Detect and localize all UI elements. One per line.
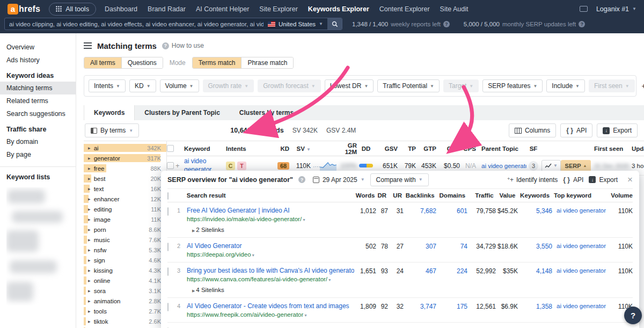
serp-export-button[interactable]: ↓ Export (589, 176, 618, 184)
tab-keywords[interactable]: Keywords (84, 105, 135, 120)
result-title-link[interactable]: AI Video Generator - Create videos from … (187, 302, 354, 310)
col-volume[interactable]: Volume (611, 192, 633, 199)
row-checkbox[interactable] (167, 267, 169, 276)
filter-include[interactable]: Include▼ (546, 79, 585, 92)
select-all-checkbox[interactable] (167, 192, 169, 200)
row-checkbox[interactable] (167, 207, 169, 216)
result-title-link[interactable]: Bring your best ideas to life with Canva… (187, 267, 354, 274)
term-row[interactable]: ▶ music 7.6K (84, 235, 166, 245)
col-top-keyword[interactable]: Top keyword (550, 192, 611, 199)
nav-site-audit[interactable]: Site Audit (440, 5, 469, 13)
col-cps[interactable]: CPS (460, 145, 476, 152)
nav-keywords-explorer[interactable]: Keywords Explorer (308, 5, 369, 13)
info-icon[interactable]: ? (443, 21, 450, 27)
export-button[interactable]: ↓ Export (597, 123, 638, 137)
result-title-link[interactable]: AI Video Generator (187, 242, 354, 250)
domains-link[interactable]: 175 (436, 302, 467, 310)
workspace-icon[interactable] (580, 6, 588, 12)
questions-pill[interactable]: Questions (121, 57, 163, 68)
top-keyword-link[interactable]: ai video generator (557, 243, 606, 249)
col-search-result[interactable]: Search result (187, 192, 353, 199)
backlinks-link[interactable]: 467 (404, 267, 436, 275)
term-row[interactable]: ▶ image 11K (84, 214, 166, 224)
nav-brand-radar[interactable]: Brand Radar (148, 5, 186, 13)
filter-kd[interactable]: KD▼ (129, 79, 156, 92)
sidebar-item-matching-terms[interactable]: Matching terms (0, 82, 76, 94)
tab-clusters-by-terms[interactable]: Clusters by terms (230, 105, 303, 120)
all-tools-button[interactable]: All tools (49, 3, 96, 16)
sidebar-item-ads-history[interactable]: Ads history (0, 54, 76, 67)
term-row[interactable]: ▶ kissing 4.3K (84, 265, 166, 275)
country-selector[interactable]: United States ▼ (264, 21, 327, 27)
col-update[interactable]: Update (630, 145, 644, 152)
term-row[interactable]: ▶ enhancer 12K (84, 194, 166, 204)
top-keyword-link[interactable]: ai video generator (557, 267, 606, 274)
col-kd[interactable]: KD (272, 145, 289, 152)
backlinks-link[interactable]: 307 (404, 242, 436, 250)
domains-link[interactable]: 74 (436, 242, 467, 250)
term-row[interactable]: ▶ text 16K (84, 184, 166, 194)
top-keyword-link[interactable]: ai video generator (557, 207, 606, 214)
terms-match-pill[interactable]: Terms match (193, 57, 241, 68)
result-url-link[interactable]: https://www.canva.com/features/ai-video-… (187, 276, 354, 282)
row-checkbox[interactable] (167, 162, 174, 169)
nav-site-explorer[interactable]: Site Explorer (259, 5, 298, 13)
term-row[interactable]: ▶ tiktok 2.6K (84, 316, 166, 326)
row-checkbox[interactable] (167, 303, 169, 311)
menu-toggle-icon[interactable] (84, 42, 92, 49)
keywords-link[interactable]: 3,550 (518, 242, 552, 250)
how-to-use-link[interactable]: ? How to use (162, 42, 204, 49)
col-gtp[interactable]: GTP (416, 145, 436, 152)
term-row[interactable]: ▶ sora 3.1K (84, 286, 166, 296)
filter-intents[interactable]: Intents▼ (89, 79, 126, 92)
filter-lowest-dr[interactable]: Lowest DR▼ (325, 79, 374, 92)
term-row[interactable]: ▶ online 4.1K (84, 275, 166, 286)
result-url-link[interactable]: https://deepai.org/video (187, 251, 354, 258)
col-words[interactable]: Words (353, 192, 375, 199)
term-row[interactable]: ▶ animation 2.8K (84, 296, 166, 306)
col-dr[interactable]: DR (375, 192, 386, 199)
account-menu[interactable]: Loganix #1 ▼ (596, 5, 636, 13)
term-row[interactable]: ▶ free 88K (84, 163, 166, 173)
nav-content-explorer[interactable]: Content Explorer (379, 5, 430, 13)
term-row[interactable]: ▶ generator 317K (84, 153, 166, 163)
backlinks-link[interactable]: 7,682 (404, 207, 436, 215)
close-icon[interactable]: × (627, 174, 633, 185)
col-sv[interactable]: SV ▼ (289, 145, 311, 152)
api-button[interactable]: { } API (560, 123, 592, 137)
sitelinks-toggle[interactable]: 4 Sitelinks (192, 287, 354, 293)
keywords-link[interactable]: 5,346 (518, 207, 552, 215)
identify-intents-button[interactable]: ⁺+ Identify intents (507, 176, 558, 184)
result-url-link[interactable]: https://www.freepik.com/ai/video-generat… (187, 311, 354, 318)
help-fab-button[interactable]: ? (624, 307, 642, 324)
term-row[interactable]: ▶ best 20K (84, 173, 166, 184)
keywords-link[interactable]: 1,358 (518, 302, 552, 310)
term-row[interactable]: ▶ ai 342K (84, 143, 166, 153)
sidebar-item-related-terms[interactable]: Related terms (0, 94, 76, 107)
domains-link[interactable]: 601 (436, 207, 467, 215)
sitelinks-toggle[interactable]: 2 Sitelinks (192, 227, 354, 233)
col-keywords[interactable]: Keywords (515, 192, 550, 199)
info-icon[interactable]: ? (579, 21, 585, 27)
domains-link[interactable]: 224 (436, 267, 467, 275)
col-cpc[interactable]: CPC (436, 145, 460, 152)
columns-button[interactable]: Columns (509, 123, 556, 137)
serp-api-button[interactable]: { } API (563, 176, 583, 184)
by-terms-selector[interactable]: By terms ▼ (85, 123, 139, 137)
keywords-link[interactable]: 4,148 (518, 267, 552, 275)
result-title-link[interactable]: Free AI Video Generator | invideo AI (187, 207, 354, 214)
term-row[interactable]: ▶ sign 4.6K (84, 255, 166, 265)
backlinks-link[interactable]: 3,747 (404, 302, 436, 310)
col-tp[interactable]: TP (398, 145, 416, 152)
keywords-search-input[interactable]: ai video clipping, ai video editing, ai … (5, 21, 264, 27)
sidebar-item-search-suggestions[interactable]: Search suggestions (0, 107, 76, 120)
col-traffic[interactable]: Traffic (465, 192, 494, 199)
col-parent-topic[interactable]: Parent Topic (476, 145, 526, 152)
col-gr-12m[interactable]: GR 12M (336, 142, 357, 155)
nav-ai-content-helper[interactable]: AI Content Helper (196, 5, 249, 13)
select-all-checkbox[interactable] (167, 145, 174, 152)
term-row[interactable]: ▶ editing 11K (84, 204, 166, 214)
col-intents[interactable]: Intents (226, 145, 272, 152)
nav-dashboard[interactable]: Dashboard (105, 5, 137, 13)
term-row[interactable]: ▶ porn 8.6K (84, 224, 166, 235)
